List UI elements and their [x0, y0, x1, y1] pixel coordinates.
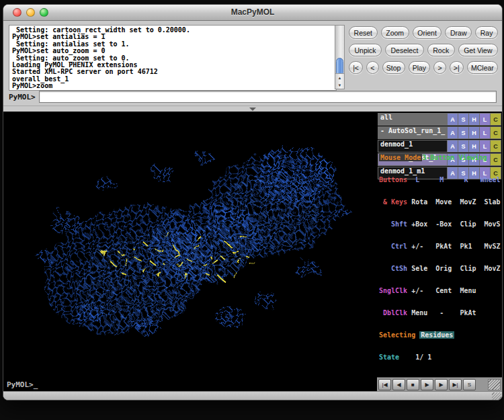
- mouse-row-head: Ctrl: [379, 243, 407, 250]
- toolbar-row-1: Reset Zoom Orient Draw Ray: [349, 26, 498, 39]
- scroll-up-icon[interactable]: ▲: [338, 76, 342, 80]
- splitter-triangle-icon: [249, 108, 256, 111]
- title-bar[interactable]: MacPyMOL: [3, 5, 502, 21]
- mouse-mode-label[interactable]: Mouse Mode: [379, 154, 422, 161]
- label-button[interactable]: L: [480, 114, 490, 125]
- mouse-row-cols: L M R Wheel: [407, 176, 500, 183]
- ray-button[interactable]: Ray: [475, 26, 498, 39]
- movie-forward-button[interactable]: >: [433, 61, 446, 74]
- rock-button[interactable]: Rock: [427, 44, 455, 56]
- vcr-last-button[interactable]: ▶|: [449, 379, 462, 390]
- show-button[interactable]: S: [458, 114, 468, 125]
- scrollbar-arrows: ▲ ▼: [335, 73, 344, 89]
- reset-button[interactable]: Reset: [349, 26, 378, 39]
- toolbar-row-2: Unpick Deselect Rock Get View: [349, 44, 498, 56]
- mouse-row-head: & Keys: [379, 198, 407, 206]
- vcr-forward-button[interactable]: ▶: [435, 379, 448, 390]
- draw-button[interactable]: Draw: [445, 26, 472, 39]
- movie-last-button[interactable]: >|: [450, 61, 464, 74]
- hide-button[interactable]: H: [469, 127, 479, 138]
- command-prompt-label: PyMOL>: [9, 93, 36, 101]
- object-name-all[interactable]: all: [378, 114, 447, 125]
- vcr-scene-button[interactable]: S: [463, 379, 476, 390]
- mouse-row-head: Buttons: [379, 176, 407, 183]
- hide-button[interactable]: H: [469, 114, 479, 125]
- movie-stop-button[interactable]: Stop: [382, 61, 405, 74]
- command-row: PyMOL>: [9, 91, 497, 103]
- mouse-row-head: CtSh: [379, 265, 407, 272]
- window-title: MacPyMOL: [3, 5, 502, 20]
- mouse-row-head: Shft: [379, 220, 407, 228]
- vcr-first-button[interactable]: |◀: [378, 379, 391, 390]
- mouse-mode-panel: Mouse Mode3-Button Viewing Buttons L M R…: [379, 139, 501, 376]
- movie-controls: |◀ ◀ ■ ▶ ▶ ▶| S: [377, 377, 502, 391]
- mouse-row-cols: +Box -Box Clip MovS: [407, 220, 500, 228]
- label-button[interactable]: L: [480, 127, 490, 138]
- viewport-prompt: PyMOL>_: [7, 380, 38, 389]
- mouse-row-head: DblClk: [379, 309, 407, 317]
- movie-back-button[interactable]: <: [366, 61, 378, 74]
- toolbar: Reset Zoom Orient Draw Ray Unpick Desele…: [349, 26, 498, 74]
- electron-density-mesh: [3, 112, 377, 391]
- action-button[interactable]: A: [448, 127, 458, 138]
- object-panel: all A S H L C - AutoSol_run_1_ A S H L C…: [377, 112, 502, 391]
- unpick-button[interactable]: Unpick: [349, 44, 382, 56]
- color-button[interactable]: C: [491, 114, 501, 125]
- panel-resize-grip[interactable]: [488, 379, 501, 390]
- window-controls: [13, 8, 48, 17]
- deselect-button[interactable]: Deselect: [385, 44, 424, 56]
- mouse-row-cols: +/- PkAt Pk1 MvSZ: [407, 243, 500, 250]
- 3d-viewport[interactable]: PyMOL>_: [3, 112, 377, 391]
- command-input[interactable]: [39, 91, 497, 103]
- console-scrollbar[interactable]: ▲ ▼: [335, 25, 345, 89]
- selecting-label[interactable]: Selecting: [379, 331, 415, 339]
- upper-panel: Setting: cartoon_rect_width set to 0.200…: [3, 21, 502, 106]
- orient-button[interactable]: Orient: [413, 26, 442, 39]
- zoom-window-button[interactable]: [40, 8, 48, 17]
- color-button[interactable]: C: [491, 127, 501, 138]
- main-area: PyMOL>_ all A S H L C - AutoSol_run_1_ A…: [3, 112, 502, 391]
- mouse-row-cols: Rota Move MovZ Slab: [407, 198, 500, 206]
- mouse-mode-value[interactable]: 3-Button Viewing: [422, 154, 487, 161]
- state-label[interactable]: State: [379, 353, 399, 361]
- console-line: PyMOL>zoom: [12, 83, 333, 89]
- pane-splitter[interactable]: [3, 106, 502, 112]
- close-button[interactable]: [13, 8, 22, 17]
- macpymol-window: MacPyMOL Setting: cartoon_rect_width set…: [3, 4, 503, 401]
- mouse-row-cols: Menu - PkAt: [407, 309, 476, 317]
- scroll-down-icon[interactable]: ▼: [338, 83, 342, 87]
- feedback-console[interactable]: Setting: cartoon_rect_width set to 0.200…: [9, 25, 337, 91]
- getview-button[interactable]: Get View: [458, 44, 498, 56]
- mouse-row-cols: Sele Orig Clip MovZ: [407, 265, 500, 272]
- resize-grip[interactable]: [492, 392, 501, 400]
- vcr-back-button[interactable]: ◀: [392, 379, 405, 390]
- vcr-play-button[interactable]: ▶: [421, 379, 433, 390]
- minimize-button[interactable]: [26, 8, 35, 17]
- zoom-button[interactable]: Zoom: [381, 26, 409, 39]
- selecting-value[interactable]: Residues: [419, 331, 454, 339]
- state-value: 1/ 1: [415, 353, 431, 361]
- toolbar-row-3: |< < Stop Play > >| MClear: [349, 61, 498, 74]
- vcr-stop-button[interactable]: ■: [407, 379, 419, 390]
- object-row-autosol: - AutoSol_run_1_ A S H L C: [378, 126, 501, 139]
- show-button[interactable]: S: [458, 127, 468, 138]
- object-name-autosol[interactable]: - AutoSol_run_1_: [378, 127, 447, 138]
- action-button[interactable]: A: [448, 114, 458, 125]
- mclear-button[interactable]: MClear: [467, 61, 498, 74]
- movie-play-button[interactable]: Play: [409, 61, 431, 74]
- mouse-row-cols: +/- Cent Menu: [407, 287, 476, 294]
- window-bottom-bar: [3, 391, 502, 401]
- console-line: overall_best_1: [12, 76, 333, 83]
- mouse-row-head: SnglClk: [379, 287, 407, 294]
- movie-first-button[interactable]: |<: [349, 61, 363, 74]
- object-row-all: all A S H L C: [378, 113, 501, 126]
